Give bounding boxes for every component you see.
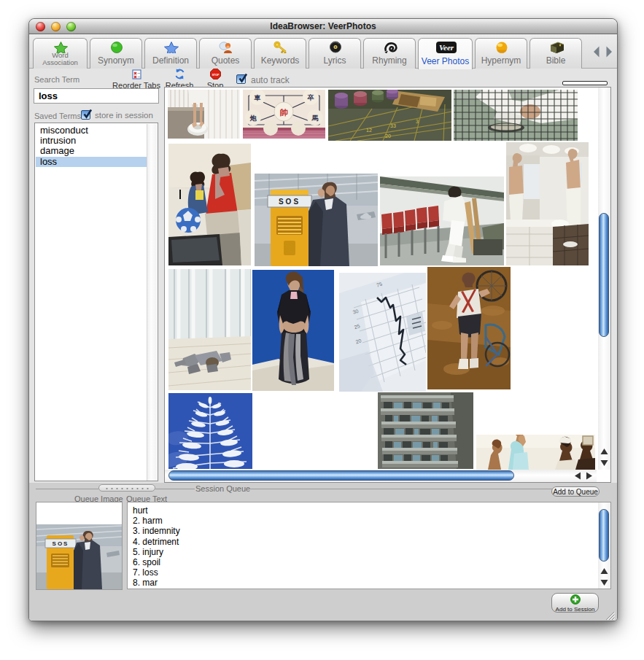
- svg-text:33: 33: [390, 123, 396, 128]
- svg-text:帥: 帥: [280, 108, 288, 117]
- svg-text:Veer: Veer: [439, 43, 454, 52]
- svg-text:STOP: STOP: [212, 74, 219, 77]
- svg-text:卒: 卒: [307, 94, 314, 101]
- svg-text:SOS: SOS: [53, 540, 69, 547]
- svg-text:車: 車: [254, 94, 261, 101]
- svg-text:3: 3: [416, 119, 419, 124]
- svg-text:20: 20: [385, 133, 391, 139]
- svg-text:馬: 馬: [311, 114, 319, 122]
- svg-text:12: 12: [366, 128, 372, 133]
- svg-text:炮: 炮: [249, 114, 257, 122]
- svg-text:SOS: SOS: [279, 198, 300, 206]
